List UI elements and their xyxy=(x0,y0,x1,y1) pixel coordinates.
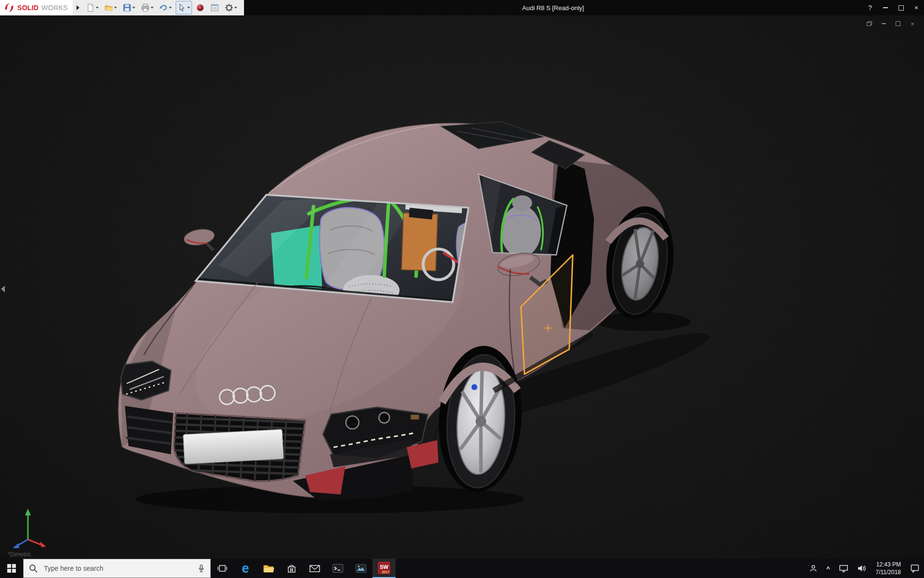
dropdown-caret-icon xyxy=(234,7,237,9)
system-tray: ^ 12:43 PM 7/11/2018 xyxy=(805,559,924,578)
solidworks-taskbar-button[interactable]: SW 2017 xyxy=(372,559,396,578)
close-button[interactable]: × xyxy=(909,0,924,15)
3d-viewport-canvas[interactable] xyxy=(0,15,924,559)
chevron-up-icon: ^ xyxy=(826,565,830,572)
dropdown-caret-icon xyxy=(151,7,154,9)
console-button[interactable] xyxy=(326,559,349,578)
windows-taskbar: e xyxy=(0,559,924,578)
network-tray-button[interactable] xyxy=(834,559,853,578)
photos-icon xyxy=(355,563,367,574)
options-gear-icon xyxy=(225,3,233,12)
console-icon xyxy=(332,563,344,574)
solidworks-logo: SOLIDWORKS xyxy=(0,0,73,15)
dropdown-caret-icon xyxy=(169,7,172,9)
start-button[interactable] xyxy=(0,559,23,578)
window-controls: ? × xyxy=(862,0,924,15)
orientation-triad xyxy=(9,506,47,550)
volume-icon xyxy=(857,564,867,573)
document-minimize-button[interactable] xyxy=(880,20,887,27)
car-model[interactable] xyxy=(118,121,714,513)
brand-text-bold: SOLID xyxy=(17,4,38,12)
svg-text:2017: 2017 xyxy=(382,570,389,574)
new-window-icon[interactable] xyxy=(865,20,873,27)
undo-button[interactable] xyxy=(157,1,174,14)
task-view-icon xyxy=(217,564,228,573)
edge-icon: e xyxy=(242,562,249,575)
document-title: Audi R8 S [Read-only] xyxy=(522,4,584,12)
edge-button[interactable]: e xyxy=(234,559,257,578)
open-button[interactable] xyxy=(103,1,119,14)
dropdown-caret-icon xyxy=(132,7,135,9)
license-plate xyxy=(183,429,284,464)
network-icon xyxy=(839,564,848,573)
view-orientation-label: *Dimetric xyxy=(8,551,31,558)
dropdown-caret-icon xyxy=(114,7,117,9)
save-icon xyxy=(123,3,131,12)
options-button[interactable] xyxy=(223,1,239,14)
print-button[interactable] xyxy=(139,1,155,14)
featuremanager-collapse-arrow[interactable] xyxy=(1,286,5,292)
undo-icon xyxy=(159,3,168,12)
toolbar-flyout-icon[interactable] xyxy=(77,5,79,10)
front-grille xyxy=(173,412,308,485)
task-pane-button[interactable] xyxy=(208,1,221,14)
clock-time: 12:43 PM xyxy=(876,561,901,568)
windows-logo-icon xyxy=(7,564,16,573)
dropdown-caret-icon xyxy=(96,7,99,9)
brand-text-light: WORKS xyxy=(41,4,67,12)
clock-date: 7/11/2018 xyxy=(876,568,901,576)
solidworks-logo-icon xyxy=(4,2,14,13)
action-center-icon xyxy=(910,564,920,573)
center-console-panel xyxy=(401,213,437,271)
store-icon xyxy=(286,563,297,574)
graphics-area[interactable]: × xyxy=(0,15,924,559)
photos-button[interactable] xyxy=(349,559,372,578)
select-cursor-icon xyxy=(178,3,186,12)
side-mirror-left[interactable] xyxy=(183,227,216,250)
select-tool-button[interactable] xyxy=(176,1,192,14)
search-input[interactable] xyxy=(43,564,192,573)
maximize-button[interactable] xyxy=(893,0,909,15)
open-folder-icon xyxy=(104,3,113,12)
appearance-sphere-icon xyxy=(196,3,205,12)
new-document-icon xyxy=(86,3,95,12)
file-explorer-icon xyxy=(263,563,274,574)
hidden-icons-button[interactable]: ^ xyxy=(822,559,834,578)
mail-button[interactable] xyxy=(303,559,326,578)
microphone-icon[interactable] xyxy=(197,564,205,573)
print-icon xyxy=(141,3,150,12)
document-restore-button[interactable] xyxy=(894,20,902,27)
dropdown-caret-icon xyxy=(187,7,190,9)
mail-icon xyxy=(309,564,321,573)
task-view-button[interactable] xyxy=(211,559,234,578)
svg-text:SW: SW xyxy=(380,564,388,570)
new-document-button[interactable] xyxy=(84,1,101,14)
quick-access-toolbar xyxy=(73,0,244,15)
volume-tray-button[interactable] xyxy=(853,559,871,578)
file-explorer-button[interactable] xyxy=(257,559,280,578)
taskbar-clock[interactable]: 12:43 PM 7/11/2018 xyxy=(871,559,906,578)
titlebar: SOLIDWORKS xyxy=(0,0,924,15)
appearances-button[interactable] xyxy=(194,1,206,14)
save-button[interactable] xyxy=(121,1,137,14)
task-pane-icon xyxy=(210,3,219,12)
document-close-button[interactable]: × xyxy=(909,20,916,27)
document-window-controls: × xyxy=(865,20,916,27)
action-center-button[interactable] xyxy=(906,559,924,578)
solidworks-app-icon: SW 2017 xyxy=(378,562,390,574)
solidworks-window: SOLIDWORKS xyxy=(0,0,924,578)
people-tray-button[interactable] xyxy=(805,559,822,578)
store-button[interactable] xyxy=(280,559,303,578)
people-icon xyxy=(809,564,818,573)
taskbar-search xyxy=(23,559,211,578)
help-button[interactable]: ? xyxy=(862,0,878,15)
minimize-button[interactable] xyxy=(878,0,893,15)
search-icon xyxy=(28,564,38,573)
